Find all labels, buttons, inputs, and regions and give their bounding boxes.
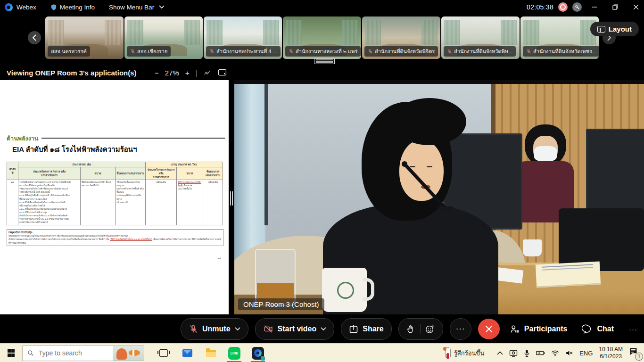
zoom-out-button[interactable]: − — [155, 69, 159, 77]
line-app-button[interactable]: LINE — [228, 344, 240, 362]
shared-document-panel[interactable]: ด้านพลังงาน EIA ลำดับที่ ๑๘ โรงไฟฟ้าพลัง… — [0, 80, 229, 314]
taskbar-clock[interactable]: 10:18 AM 6/1/2023 — [599, 346, 623, 360]
cell-type-new: เหมือนเดิม — [146, 180, 177, 225]
webex-app-icon — [252, 347, 264, 360]
participant-thumbnail[interactable]: สำนักงานที่ดินจังหวัดพิจิตร — [362, 16, 440, 59]
zoom-controls: − 27% + | — [155, 69, 227, 77]
line-icon: LINE — [228, 347, 240, 360]
participant-name-label: สำนักงานที่ดินจังหวัดเพชร... — [533, 47, 596, 56]
share-button[interactable]: Share — [341, 318, 391, 340]
participant-name-pill: สำนักงานชลประทานที่ 4 ... — [206, 46, 281, 57]
th-no: ลำดับ ที่ — [7, 162, 18, 180]
filmstrip-resize-handle[interactable] — [314, 58, 335, 64]
file-explorer-button[interactable] — [205, 344, 217, 362]
recording-indicator-icon[interactable] — [558, 2, 568, 12]
chat-button[interactable]: Chat — [582, 324, 614, 334]
annotate-pen-icon[interactable] — [203, 69, 212, 76]
chevron-left-icon — [32, 34, 37, 41]
search-icon — [27, 350, 34, 356]
clock-date: 6/1/2023 — [599, 353, 623, 360]
unmute-button[interactable]: Unmute — [181, 318, 248, 340]
participant-name-label: สำนักงานที่ดินจังหวัดพิษ... — [454, 47, 512, 56]
show-hidden-icons-button[interactable] — [497, 351, 503, 355]
video-off-icon — [263, 324, 273, 334]
participant-filmstrip: สสจ.นครสวรรค์ สอจ.เชียงราย — [0, 14, 644, 63]
start-video-button[interactable]: Start video — [255, 318, 335, 340]
zoom-level[interactable]: 27% — [165, 69, 179, 77]
participants-button[interactable]: Participants — [510, 324, 568, 334]
task-view-button[interactable] — [157, 344, 170, 362]
show-menu-bar-button[interactable]: Show Menu Bar — [109, 4, 165, 11]
scene-speaker-eye — [427, 166, 432, 167]
document-section-label: ด้านพลังงาน — [7, 134, 38, 143]
microphone-tray-icon[interactable] — [524, 349, 530, 357]
wifi-icon[interactable] — [551, 350, 559, 356]
muted-mic-icon — [447, 49, 452, 54]
scene-decor — [206, 20, 223, 45]
share-label: Share — [363, 325, 383, 333]
panel-resize-divider[interactable] — [229, 80, 234, 314]
language-indicator[interactable]: ENG — [579, 350, 593, 357]
title-bar-right: 02:05:38 — [527, 0, 644, 14]
cast-screen-icon[interactable] — [509, 350, 518, 357]
chevron-down-icon[interactable] — [321, 327, 326, 331]
filmstrip-prev-button[interactable] — [28, 31, 41, 44]
scene-speaker-face — [399, 140, 444, 201]
th-size-old: ขนาด — [81, 167, 116, 180]
action-center-button[interactable]: 1 — [629, 347, 640, 359]
title-bar: Webex Meeting Info Show Menu Bar 02:05:3… — [0, 0, 644, 14]
participant-thumbnail[interactable]: สำนักงานทางหลวงที่ ๒ แพร่ — [283, 16, 361, 59]
main-video-panel[interactable]: ONEP Room 3 (Cohost) — [234, 80, 644, 314]
scene-decor — [286, 20, 302, 45]
raise-hand-icon[interactable] — [406, 324, 416, 334]
note-line-1: ปรับถ้อยคำการกำหนดเงื่อนไขของประเภทโครงก… — [8, 234, 222, 238]
participant-thumbnail[interactable]: สสจ.นครสวรรค์ — [45, 16, 124, 59]
meeting-info-button[interactable]: Meeting Info — [50, 4, 95, 11]
scene-monitor-back — [559, 208, 644, 271]
search-highlight-art[interactable] — [113, 346, 144, 361]
scene-coffee-mug — [322, 268, 367, 312]
participant-thumbnail[interactable]: สำนักงานที่ดินจังหวัดพิษ... — [441, 16, 520, 59]
participant-thumbnail[interactable]: สำนักงานชลประทานที่ 4 ... — [204, 16, 282, 59]
record-dot — [560, 4, 566, 10]
leave-meeting-button[interactable] — [478, 319, 500, 339]
thumbnail-row: สสจ.นครสวรรค์ สอจ.เชียงราย — [45, 16, 599, 59]
reactions-smiley-icon[interactable] — [425, 324, 435, 334]
participant-thumbnail[interactable]: สอจ.เชียงราย — [124, 16, 203, 59]
taskbar-search-box[interactable] — [22, 346, 144, 361]
scene-cup-small — [523, 239, 542, 256]
start-button[interactable] — [0, 344, 22, 362]
scene-nameplate-right — [536, 261, 601, 288]
close-button[interactable] — [628, 0, 644, 14]
app-name: Webex — [17, 4, 36, 11]
participant-name-pill: สสจ.นครสวรรค์ — [48, 46, 90, 57]
webex-app-button[interactable] — [252, 344, 264, 362]
search-input[interactable] — [38, 349, 101, 357]
scene-speaker-eye — [410, 166, 415, 167]
display-icon[interactable] — [218, 69, 227, 76]
zoom-in-button[interactable]: + — [185, 69, 190, 77]
more-options-button[interactable]: ··· — [450, 318, 471, 340]
minimize-button[interactable] — [586, 0, 603, 14]
webex-logo-icon — [5, 3, 13, 11]
weather-widget[interactable]: รู้สึกร้อนขึ้น — [446, 347, 484, 359]
system-tray: รู้สึกร้อนขึ้น ENG 10:18 AM 6/1/2023 1 — [446, 346, 644, 360]
cell-type-old: โรงไฟฟ้าพลังความร้อนทุกประเภท ยกเว้น โรง… — [18, 180, 81, 225]
scene-decor — [263, 20, 279, 45]
speaker-muted-icon[interactable] — [565, 350, 573, 356]
participant-thumbnail[interactable]: สำนักงานที่ดินจังหวัดเพชร... — [520, 16, 599, 59]
lock-key-icon[interactable] — [572, 2, 582, 12]
layout-button[interactable]: Layout — [590, 22, 639, 36]
mail-app-button[interactable] — [181, 344, 193, 362]
chevron-down-icon[interactable] — [235, 327, 240, 331]
meeting-timer: 02:05:38 — [527, 3, 553, 11]
clock-time: 10:18 AM — [599, 346, 623, 353]
overflow-menu-button[interactable]: ··· — [629, 325, 637, 333]
participant-name-label: สำนักงานทางหลวงที่ ๒ แพร่ — [296, 47, 357, 56]
muted-mic-icon — [209, 49, 215, 54]
cell-size-old: ที่มีกำลังผลิตกระแสไฟฟ้า ตั้งแต่ ๑๐ เมกะ… — [81, 180, 116, 225]
restore-button[interactable] — [607, 0, 623, 14]
battery-icon[interactable] — [536, 350, 545, 356]
scene-drink-glass — [255, 249, 296, 306]
chat-label: Chat — [597, 325, 614, 333]
